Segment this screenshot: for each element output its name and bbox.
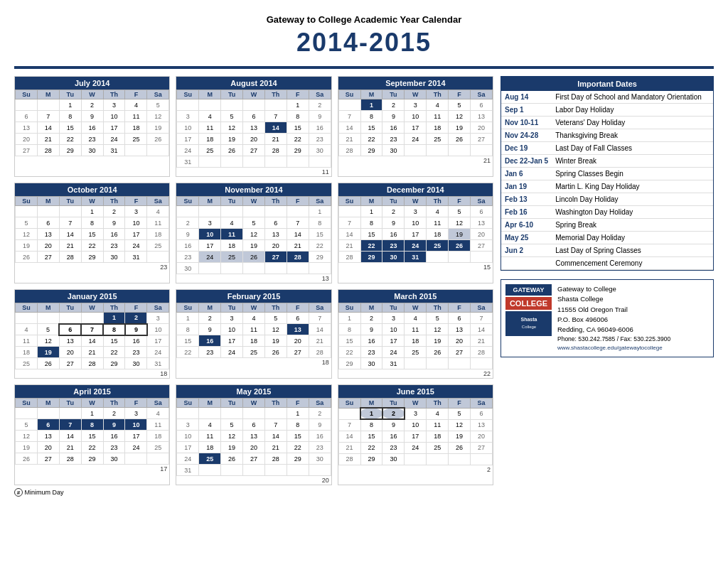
day-cell: 12 (449, 111, 471, 122)
month-table: SuMTuWThFSa12345678910111213141516171819… (176, 398, 331, 476)
day-cell: 21 (338, 442, 360, 453)
day-header: Tu (59, 197, 81, 206)
week-row: 891011121314 (338, 324, 492, 335)
date-row: Feb 16Washington Day Holiday (501, 206, 713, 219)
day-cell: 17 (405, 229, 427, 240)
day-cell: 3 (177, 419, 199, 431)
day-cell: 16 (382, 122, 405, 134)
day-cell: 27 (243, 145, 265, 156)
day-header: W (405, 197, 427, 206)
day-header: Su (16, 303, 38, 313)
day-cell: 9 (103, 217, 125, 229)
day-header: Th (103, 90, 125, 99)
day-cell: 15 (81, 229, 103, 240)
day-cell: 9 (382, 111, 405, 122)
day-cell (221, 156, 243, 168)
date-desc: Washington Day Holiday (552, 206, 713, 219)
day-cell: 18 (221, 240, 243, 252)
day-cell: 30 (382, 145, 405, 156)
day-cell (427, 453, 449, 465)
week-row: 17181920212223 (177, 134, 331, 145)
day-cell (199, 408, 221, 419)
day-cell: 31 (177, 156, 199, 168)
day-cell: 22 (177, 347, 199, 358)
day-header: M (37, 197, 59, 206)
day-cell: 17 (103, 122, 125, 134)
week-row: 16171819202122 (177, 240, 331, 252)
page-title: Gateway to College Academic Year Calenda… (14, 14, 714, 25)
day-header: Su (16, 90, 38, 99)
day-header: M (360, 399, 382, 409)
day-cell (338, 206, 360, 217)
college-logo: GATEWAY COLLEGE Shasta College (505, 284, 552, 336)
day-header: Su (177, 90, 199, 99)
day-cell: 25 (427, 134, 449, 145)
day-cell: 30 (177, 263, 199, 274)
day-cell: 27 (471, 240, 493, 252)
day-header: F (287, 399, 309, 408)
day-cell: 31 (125, 252, 147, 263)
week-row: 262728293031 (16, 252, 169, 263)
day-cell (221, 408, 243, 419)
day-cell: 3 (103, 99, 125, 111)
day-cell: 9 (360, 324, 382, 335)
day-header: Tu (59, 90, 81, 99)
day-cell: 2 (382, 206, 405, 217)
week-row: 1234567 (338, 313, 492, 324)
week-row: 18192021222324 (16, 347, 169, 358)
week-row: 14151617181920 (338, 229, 492, 240)
day-cell: 26 (37, 358, 59, 369)
day-cell: 6 (243, 419, 265, 431)
day-cell: 13 (243, 122, 265, 134)
day-cell: 4 (199, 111, 221, 122)
day-cell: 1 (103, 313, 125, 324)
day-cell: 14 (338, 229, 360, 240)
week-row: 1234 (16, 206, 169, 217)
day-cell: 7 (287, 217, 309, 229)
day-cell (59, 206, 81, 217)
day-cell: 8 (81, 217, 103, 229)
day-cell: 26 (243, 252, 265, 263)
day-cell: 16 (309, 431, 331, 442)
day-cell: 24 (405, 240, 427, 252)
day-cell: 3 (405, 206, 427, 217)
day-cell: 27 (287, 347, 309, 358)
day-cell: 7 (59, 217, 81, 229)
month-header: August 2014 (176, 77, 331, 90)
day-cell: 14 (309, 324, 331, 335)
day-cell: 2 (177, 217, 199, 229)
day-cell: 11 (125, 111, 147, 122)
week-row: 78910111213 (338, 217, 492, 229)
day-header: W (243, 197, 265, 206)
day-header: W (243, 303, 265, 313)
day-cell: 2 (103, 408, 125, 419)
day-cell: 14 (37, 122, 59, 134)
day-header: Tu (382, 303, 405, 313)
college-phone: Phone: 530.242.7585 / Fax: 530.225.3900 (557, 335, 670, 344)
day-cell: 15 (81, 431, 103, 442)
day-cell: 17 (405, 122, 427, 134)
date-desc: Commencement Ceremony (552, 257, 713, 270)
day-cell (264, 263, 287, 274)
calendar-month: September 2014SuMTuWThFSa123456789101112… (338, 76, 493, 177)
month-header: January 2015 (15, 290, 169, 303)
week-row: 13141516171819 (16, 122, 169, 134)
day-cell (125, 145, 147, 156)
day-header: Su (177, 197, 199, 206)
week-row: 14151617181920 (338, 122, 492, 134)
month-count: 18 (15, 369, 169, 378)
day-cell: 16 (103, 229, 125, 240)
month-count: 13 (176, 274, 331, 283)
day-cell: 10 (125, 419, 147, 431)
day-cell: 25 (221, 252, 243, 263)
week-row: 17181920212223 (177, 442, 331, 453)
date-row: Aug 14First Day of School and Mandatory … (501, 91, 713, 104)
day-cell: 11 (405, 324, 427, 335)
day-cell: 3 (125, 408, 147, 419)
day-cell: 17 (405, 431, 427, 442)
logo-shasta: Shasta College (505, 311, 552, 336)
day-header: F (125, 197, 147, 206)
day-cell (37, 313, 59, 324)
day-cell: 30 (125, 358, 147, 369)
day-cell: 17 (125, 431, 147, 442)
